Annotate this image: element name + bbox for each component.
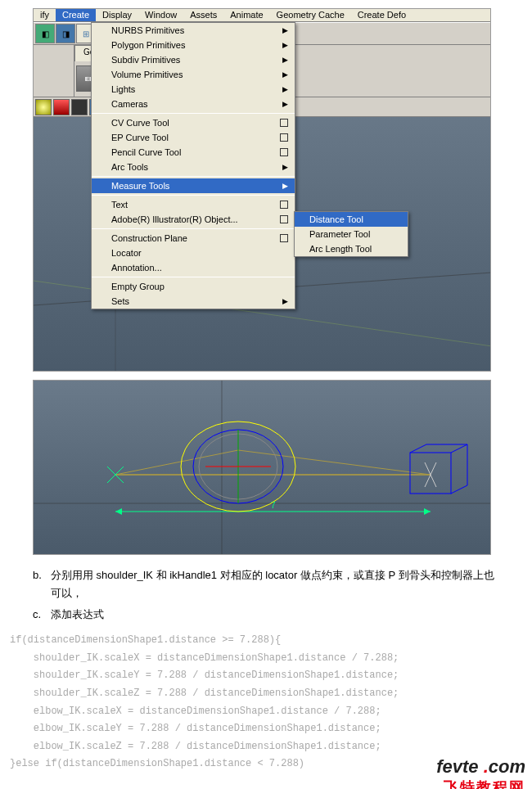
menu-geometry-cache[interactable]: Geometry Cache <box>270 9 351 21</box>
submenu-arrow-icon: ▶ <box>282 163 288 171</box>
submenu-arrow-icon: ▶ <box>282 297 288 305</box>
create-dropdown: NURBS Primitives▶ Polygon Primitives▶ Su… <box>91 22 295 309</box>
svg-marker-5 <box>115 450 431 475</box>
menu-annotation[interactable]: Annotation... <box>92 260 295 275</box>
rig-illustration: 7 <box>34 381 491 555</box>
menu-create-deformers[interactable]: Create Defo <box>351 9 413 21</box>
separator <box>92 113 295 114</box>
svg-marker-9 <box>424 508 431 515</box>
separator <box>92 176 295 177</box>
menu-polygon-primitives[interactable]: Polygon Primitives▶ <box>92 38 295 52</box>
menu-text[interactable]: Text <box>92 197 295 212</box>
watermark-url: fevte .com <box>436 756 525 778</box>
menu-cv-curve-tool[interactable]: CV Curve Tool <box>92 115 295 130</box>
menu-lights[interactable]: Lights▶ <box>92 82 295 97</box>
list-text: 分别用用 shoulder_IK 和 ikHandle1 对相应的 locato… <box>51 566 499 602</box>
menu-volume-primitives[interactable]: Volume Primitives▶ <box>92 67 295 82</box>
vp-lightbulb-icon[interactable] <box>35 99 52 115</box>
watermark: fevte .com 飞特教程网 <box>436 756 525 789</box>
menu-modify[interactable]: ify <box>34 9 56 21</box>
vp-icon[interactable] <box>71 99 88 115</box>
menu-locator[interactable]: Locator <box>92 246 295 260</box>
list-marker: b. <box>33 566 51 602</box>
vp-cube-icon[interactable] <box>53 99 70 115</box>
submenu-arrow-icon: ▶ <box>282 41 288 49</box>
list-text: 添加表达式 <box>51 606 499 624</box>
menu-measure-tools[interactable]: Measure Tools▶ <box>92 178 295 193</box>
menu-display[interactable]: Display <box>96 9 138 21</box>
expression-code: if(distanceDimensionShape1.distance >= 7… <box>10 632 532 773</box>
option-box-icon[interactable] <box>280 119 288 127</box>
maya-menu-screenshot: ify Create Display Window Assets Animate… <box>33 8 491 372</box>
svg-marker-8 <box>115 508 122 515</box>
list-marker: c. <box>33 606 51 624</box>
option-box-icon[interactable] <box>280 234 288 242</box>
separator <box>92 228 295 229</box>
submenu-arrow-icon: ▶ <box>282 70 288 79</box>
menu-arc-length-tool[interactable]: Arc Length Tool <box>295 241 408 256</box>
maya-viewport-rig: 7 <box>33 380 491 555</box>
submenu-arrow-icon: ▶ <box>282 85 288 93</box>
menubar: ify Create Display Window Assets Animate… <box>34 9 490 22</box>
svg-line-19 <box>410 444 426 453</box>
shelf-selector[interactable] <box>34 45 74 97</box>
option-box-icon[interactable] <box>280 201 288 209</box>
list-item-b: b. 分别用用 shoulder_IK 和 ikHandle1 对相应的 loc… <box>33 566 499 602</box>
menu-pencil-curve-tool[interactable]: Pencil Curve Tool <box>92 145 295 160</box>
menu-construction-plane[interactable]: Construction Plane <box>92 231 295 246</box>
separator <box>92 195 295 196</box>
menu-empty-group[interactable]: Empty Group <box>92 279 295 294</box>
option-box-icon[interactable] <box>280 215 288 223</box>
list-item-c: c. 添加表达式 <box>33 606 499 624</box>
separator <box>92 277 295 277</box>
toolbar-button[interactable]: ◧ <box>35 24 55 43</box>
submenu-arrow-icon: ▶ <box>282 182 288 190</box>
menu-assets[interactable]: Assets <box>183 9 223 21</box>
menu-adobe-illustrator[interactable]: Adobe(R) Illustrator(R) Object... <box>92 212 295 227</box>
menu-cameras[interactable]: Cameras▶ <box>92 97 295 111</box>
menu-ep-curve-tool[interactable]: EP Curve Tool <box>92 130 295 145</box>
menu-subdiv-primitives[interactable]: Subdiv Primitives▶ <box>92 52 295 67</box>
svg-line-21 <box>451 485 467 494</box>
option-box-icon[interactable] <box>280 148 288 156</box>
menu-arc-tools[interactable]: Arc Tools▶ <box>92 160 295 174</box>
menu-create[interactable]: Create <box>56 9 96 21</box>
svg-line-20 <box>451 444 467 453</box>
menu-sets[interactable]: Sets▶ <box>92 294 295 309</box>
menu-parameter-tool[interactable]: Parameter Tool <box>295 227 408 241</box>
menu-distance-tool[interactable]: Distance Tool <box>295 212 408 227</box>
toolbar-button[interactable]: ◨ <box>56 24 75 43</box>
submenu-arrow-icon: ▶ <box>282 56 288 64</box>
watermark-cn: 飞特教程网 <box>436 778 525 789</box>
menu-window[interactable]: Window <box>138 9 183 21</box>
option-box-icon[interactable] <box>280 133 288 142</box>
submenu-arrow-icon: ▶ <box>282 100 288 108</box>
tutorial-content: b. 分别用用 shoulder_IK 和 ikHandle1 对相应的 loc… <box>33 566 499 624</box>
measure-tools-submenu: Distance Tool Parameter Tool Arc Length … <box>294 211 408 257</box>
submenu-arrow-icon: ▶ <box>282 26 288 34</box>
menu-animate[interactable]: Animate <box>223 9 269 21</box>
menu-nurbs-primitives[interactable]: NURBS Primitives▶ <box>92 23 295 38</box>
